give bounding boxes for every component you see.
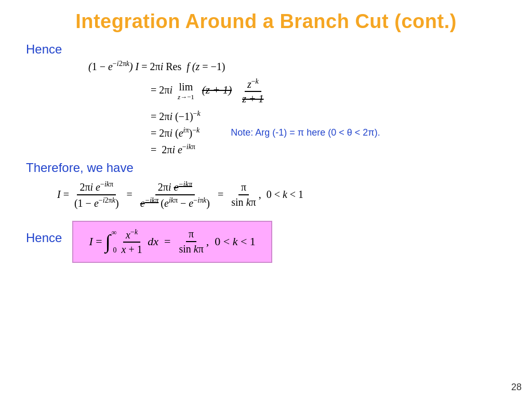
lower-limit: 0 [113,246,117,255]
fraction-4: π sin kπ [229,180,258,209]
math-line-5: = 2πi e−ikπ [151,143,506,156]
fraction-2: 2πi e−ikπ (1 − e−i2πk) [72,179,122,210]
page-number: 28 [511,382,522,393]
final-constraint: , 0 < k < 1 [206,235,256,248]
math-expr-2: = 2πi lim z→−1 (z + 1) z−k z + 1 [151,76,267,107]
fraction-final: π sin kπ [176,227,206,256]
hence-label-2: Hence [26,231,62,245]
section-hence-2: Hence I = ∫ ∞ 0 x−k x + 1 [26,217,506,263]
math-line-3: = 2πi (−1)−k [151,110,506,123]
final-i: I [89,235,92,248]
integral-limits: ∞ 0 [112,229,117,255]
therefore-label: Therefore, we have [26,161,506,175]
math-line-6: I = 2πi e−ikπ (1 − e−i2πk) = 2πi e−ikπ e… [57,179,506,210]
fraction-1: z−k z + 1 [240,76,266,107]
math-expr-3: = 2πi (−1)−k [151,110,201,123]
final-formula: I = ∫ ∞ 0 x−k x + 1 dx = [89,227,255,257]
slide-title: Integration Around a Branch Cut (cont.) [26,10,506,33]
math-expr-4: = 2πi (eiπ)−k [151,126,200,139]
lim-block: lim z→−1 [178,81,194,101]
section-hence-1: Hence (1 − e−i2πk) I = 2πi Res f (z = −1… [26,42,506,155]
math-line-2: = 2πi lim z→−1 (z + 1) z−k z + 1 [151,76,506,107]
comma-constraint: , 0 < k < 1 [259,189,303,201]
math-line-1: (1 − e−i2πk) I = 2πi Res f (z = −1) [88,60,506,73]
hence-label-1: Hence [26,42,506,57]
upper-limit: ∞ [112,229,117,237]
integral-symbol: ∫ [105,232,110,251]
section-therefore: Therefore, we have I = 2πi e−ikπ (1 − e−… [26,161,506,210]
dx: dx [148,235,158,248]
math-line-4: = 2πi (eiπ)−k Note: Arg (-1) = π here (0… [151,126,506,139]
i-equals: I [57,189,61,201]
fraction-integral: x−k x + 1 [119,227,145,257]
slide: Integration Around a Branch Cut (cont.) … [0,0,532,399]
integral: ∫ ∞ 0 [105,229,118,255]
note-text: Note: Arg (-1) = π here (0 < θ < 2π). [231,127,380,138]
fraction-3: 2πi e−ikπ e−ikπ (eikπ − e−iπk) [138,179,212,210]
highlight-formula: I = ∫ ∞ 0 x−k x + 1 dx = [72,221,272,263]
math-expr-5: = 2πi e−ikπ [151,143,195,156]
math-expr-1: (1 − e−i2πk) I = 2πi Res f (z = −1) [88,60,225,73]
